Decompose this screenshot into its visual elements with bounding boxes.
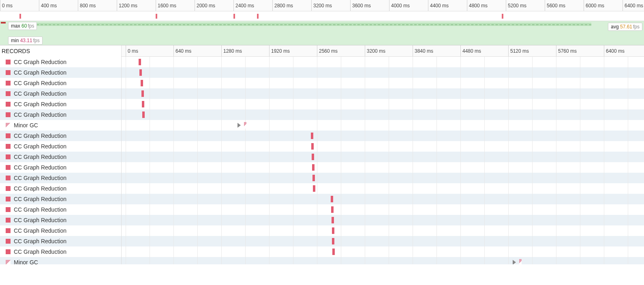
- cc-event[interactable]: [142, 111, 145, 118]
- records-timeline[interactable]: 0 ms640 ms1280 ms1920 ms2560 ms3200 ms38…: [122, 45, 644, 264]
- record-timeline-row[interactable]: [122, 131, 644, 141]
- fps-graph[interactable]: max 60fps min 43.11fps avg 57.61fps: [0, 21, 644, 45]
- cc-event[interactable]: [139, 69, 142, 76]
- records-sidebar[interactable]: RECORDS CC Graph ReductionCC Graph Reduc…: [0, 45, 122, 264]
- cc-event[interactable]: [332, 217, 334, 223]
- record-timeline-row[interactable]: [122, 152, 644, 162]
- grid-line: [341, 215, 341, 225]
- cc-swatch-icon: [6, 165, 11, 170]
- overview-marker[interactable]: [257, 14, 259, 19]
- record-row[interactable]: CC Graph Reduction: [0, 67, 121, 78]
- grid-line: [484, 131, 485, 141]
- cc-event[interactable]: [332, 227, 334, 234]
- record-timeline-row[interactable]: [122, 246, 644, 257]
- grid-line: [580, 109, 580, 120]
- overview-marker[interactable]: [19, 14, 21, 19]
- overview-marker[interactable]: [156, 14, 157, 19]
- grid-line: [436, 141, 437, 152]
- minor-gc-event[interactable]: [519, 259, 522, 264]
- cc-event[interactable]: [311, 133, 313, 139]
- grid-line: [436, 78, 437, 88]
- overview-ruler[interactable]: 0 ms400 ms800 ms1200 ms1600 ms2000 ms240…: [0, 0, 644, 11]
- grid-line: [532, 215, 533, 225]
- cc-event[interactable]: [312, 175, 315, 181]
- record-row[interactable]: CC Graph Reduction: [0, 236, 121, 246]
- cc-event[interactable]: [142, 101, 144, 107]
- grid-line: [628, 194, 628, 204]
- cc-event[interactable]: [313, 185, 315, 192]
- record-timeline-row[interactable]: [122, 109, 644, 120]
- record-row[interactable]: CC Graph Reduction: [0, 173, 121, 183]
- record-row[interactable]: CC Graph Reduction: [0, 57, 121, 67]
- minor-gc-event[interactable]: [244, 122, 246, 129]
- grid-line: [556, 162, 556, 173]
- record-timeline-row[interactable]: [122, 99, 644, 109]
- cc-event[interactable]: [332, 249, 335, 255]
- ruler-tick: 2800 ms: [272, 0, 293, 11]
- grid-line: [197, 183, 198, 194]
- record-row[interactable]: CC Graph Reduction: [0, 78, 121, 88]
- grid-line: [317, 120, 317, 131]
- record-row[interactable]: CC Graph Reduction: [0, 141, 121, 152]
- record-timeline-row[interactable]: [122, 67, 644, 78]
- expand-icon[interactable]: [513, 260, 516, 264]
- overview-marker[interactable]: [502, 14, 503, 19]
- record-row[interactable]: CC Graph Reduction: [0, 246, 121, 257]
- grid-line: [269, 120, 270, 131]
- cc-event[interactable]: [332, 238, 334, 244]
- grid-line: [245, 246, 246, 257]
- grid-line: [126, 99, 126, 109]
- cc-event[interactable]: [141, 90, 144, 97]
- cc-swatch-icon: [6, 91, 11, 96]
- record-row[interactable]: CC Graph Reduction: [0, 152, 121, 162]
- record-timeline-row[interactable]: [122, 183, 644, 194]
- record-timeline-row[interactable]: [122, 162, 644, 173]
- record-row[interactable]: CC Graph Reduction: [0, 183, 121, 194]
- cc-event[interactable]: [331, 196, 333, 202]
- record-timeline-row[interactable]: [122, 88, 644, 99]
- overview-markers[interactable]: [0, 11, 644, 21]
- records-ruler[interactable]: 0 ms640 ms1280 ms1920 ms2560 ms3200 ms38…: [122, 45, 644, 57]
- record-row[interactable]: CC Graph Reduction: [0, 204, 121, 215]
- grid-line: [341, 88, 341, 99]
- record-row[interactable]: Minor GC: [0, 120, 121, 131]
- record-row[interactable]: Minor GC: [0, 257, 121, 264]
- record-row[interactable]: CC Graph Reduction: [0, 131, 121, 141]
- record-label: CC Graph Reduction: [14, 80, 66, 86]
- record-timeline-row[interactable]: [122, 215, 644, 225]
- record-timeline-row[interactable]: [122, 194, 644, 204]
- cc-event[interactable]: [139, 59, 141, 65]
- record-row[interactable]: CC Graph Reduction: [0, 109, 121, 120]
- grid-line: [628, 246, 628, 257]
- cc-event[interactable]: [312, 164, 315, 171]
- record-timeline-row[interactable]: [122, 78, 644, 88]
- record-timeline-row[interactable]: [122, 257, 644, 264]
- record-row[interactable]: CC Graph Reduction: [0, 162, 121, 173]
- record-row[interactable]: CC Graph Reduction: [0, 88, 121, 99]
- expand-icon[interactable]: [237, 123, 241, 128]
- record-timeline-row[interactable]: [122, 57, 644, 67]
- grid-line: [532, 120, 533, 131]
- cc-event[interactable]: [311, 143, 314, 150]
- record-timeline-row[interactable]: [122, 173, 644, 183]
- record-row[interactable]: CC Graph Reduction: [0, 225, 121, 236]
- record-timeline-row[interactable]: [122, 141, 644, 152]
- record-row[interactable]: CC Graph Reduction: [0, 215, 121, 225]
- grid-line: [269, 57, 270, 67]
- record-row[interactable]: CC Graph Reduction: [0, 99, 121, 109]
- record-row[interactable]: CC Graph Reduction: [0, 194, 121, 204]
- grid-line: [436, 194, 437, 204]
- grid-line: [628, 131, 628, 141]
- record-timeline-row[interactable]: [122, 236, 644, 246]
- record-label: CC Graph Reduction: [14, 133, 66, 139]
- cc-event[interactable]: [312, 154, 314, 160]
- cc-event[interactable]: [331, 206, 334, 213]
- record-timeline-row[interactable]: [122, 204, 644, 215]
- record-timeline-row[interactable]: [122, 225, 644, 236]
- overview-marker[interactable]: [233, 14, 235, 19]
- grid-line: [245, 67, 246, 78]
- cc-event[interactable]: [141, 80, 143, 86]
- ruler-tick: 3600 ms: [350, 0, 371, 11]
- record-timeline-row[interactable]: [122, 120, 644, 131]
- grid-line: [197, 109, 198, 120]
